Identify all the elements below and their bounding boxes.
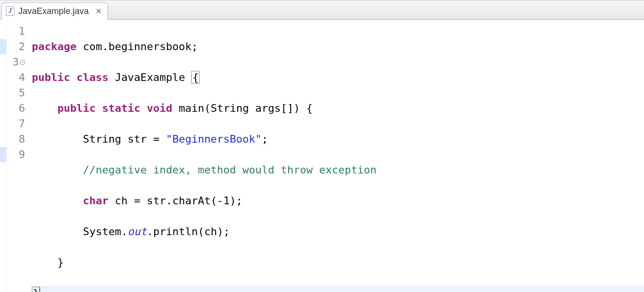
editor-pane: J JavaExample.java ✕ 1 2 3 4 5 6 7 8	[0, 0, 644, 292]
text-caret	[40, 287, 40, 292]
code-editor[interactable]: 1 2 3 4 5 6 7 8 9 package com.beginnersb…	[0, 20, 644, 292]
line-number-gutter: 1 2 3 4 5 6 7 8 9	[7, 24, 29, 292]
editor-tab-filename: JavaExample.java	[18, 6, 89, 16]
editor-tab[interactable]: J JavaExample.java ✕	[1, 2, 108, 20]
matched-brace: }	[32, 287, 40, 292]
java-file-icon: J	[6, 6, 14, 16]
close-icon[interactable]: ✕	[95, 7, 102, 16]
source-code[interactable]: package com.beginnersbook; public class …	[29, 24, 644, 292]
overview-ruler	[0, 24, 7, 292]
matched-brace: {	[191, 71, 200, 84]
editor-tab-bar: J JavaExample.java ✕	[0, 0, 644, 20]
fold-icon[interactable]	[20, 60, 25, 65]
